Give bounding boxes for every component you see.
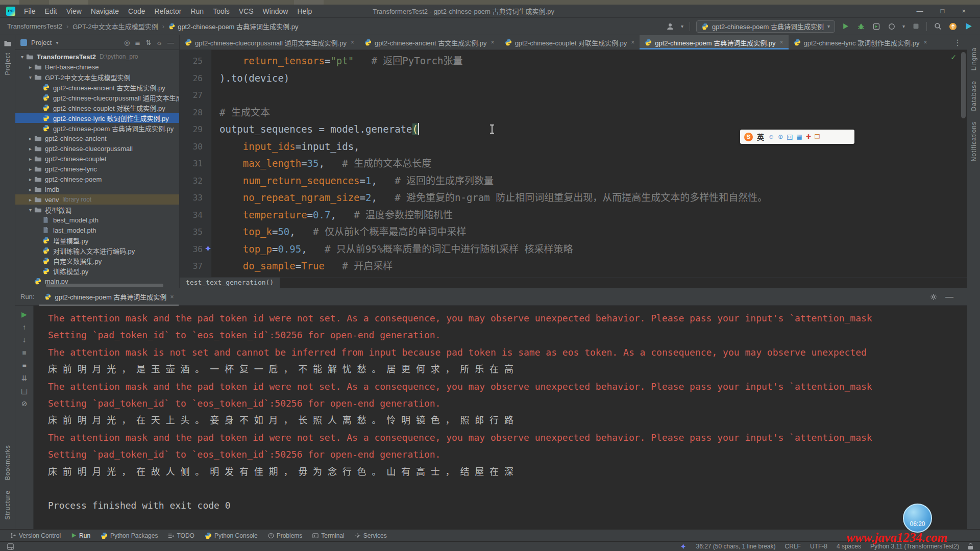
- whats-new-icon[interactable]: [964, 22, 973, 31]
- project-panel-title[interactable]: Project: [31, 39, 52, 46]
- tree-item[interactable]: 对训练输入文本进行编码.py: [15, 245, 179, 256]
- ai-assistant-status-icon[interactable]: [680, 543, 687, 550]
- tree-item[interactable]: ▸gpt2-chinese-couplet: [15, 154, 179, 164]
- menu-window[interactable]: Window: [258, 6, 293, 16]
- tree-item[interactable]: ▸gpt2-chinese-ancient: [15, 133, 179, 143]
- expand-all-icon[interactable]: ≣: [135, 39, 140, 46]
- close-tab-icon[interactable]: ×: [491, 39, 495, 46]
- close-tab-icon[interactable]: ×: [351, 39, 354, 46]
- stop-icon[interactable]: ■: [22, 349, 26, 356]
- toolbox-icon[interactable]: ✚: [806, 133, 811, 140]
- tree-item[interactable]: ▸imdb: [15, 184, 179, 194]
- tab-list-more-icon[interactable]: ⋮: [948, 35, 967, 49]
- screen-recorder-badge[interactable]: 06:20: [903, 504, 932, 533]
- breadcrumb-project[interactable]: TransformersTest2: [7, 22, 62, 30]
- project-view-chevron-icon[interactable]: ▾: [56, 40, 58, 45]
- close-tab-icon[interactable]: ×: [923, 39, 927, 46]
- tree-chevron-icon[interactable]: ▸: [27, 187, 34, 192]
- handwriting-icon[interactable]: 回: [787, 133, 793, 141]
- run-button[interactable]: [841, 22, 850, 31]
- editor-tab[interactable]: gpt2-chinese-lyric 歌词创作生成实例.py×: [789, 35, 933, 49]
- tree-item[interactable]: gpt2-chinese-couplet 对联生成实例.py: [15, 103, 179, 113]
- tree-item[interactable]: gpt2-chinese-ancient 古文生成实例.py: [15, 82, 179, 92]
- up-stack-icon[interactable]: ↑: [22, 323, 26, 331]
- tree-item[interactable]: gpt2-chinese-poem 古典诗词生成实例.py: [15, 123, 179, 133]
- run-configuration-select[interactable]: gpt2-chinese-poem 古典诗词生成实例 ▾: [696, 20, 835, 33]
- tree-chevron-icon[interactable]: ▸: [27, 197, 34, 203]
- editor-tab[interactable]: gpt2-chinese-couplet 对联生成实例.py×: [500, 35, 640, 49]
- tool-window-button-version-control[interactable]: Version Control: [5, 530, 66, 541]
- menu-code[interactable]: Code: [124, 6, 150, 16]
- tree-item[interactable]: 自定义数据集.py: [15, 256, 179, 266]
- editor[interactable]: 25262728293031323334353637 return_tensor…: [180, 50, 967, 277]
- tool-window-button-terminal[interactable]: Terminal: [307, 530, 349, 541]
- profiler-chevron-icon[interactable]: ▾: [902, 23, 905, 29]
- editor-tab[interactable]: gpt2-chinese-ancient 古文生成实例.py×: [359, 35, 500, 49]
- left-strip-label-bookmarks[interactable]: Bookmarks: [4, 445, 11, 480]
- hide-panel-icon[interactable]: —: [167, 39, 174, 46]
- line-ending[interactable]: CRLF: [785, 543, 801, 550]
- locate-icon[interactable]: ◎: [124, 39, 130, 46]
- editor-scrollbar[interactable]: [961, 52, 966, 118]
- print-icon[interactable]: ▤: [21, 387, 28, 394]
- run-tab[interactable]: gpt2-chinese-poem 古典诗词生成实例 ×: [39, 288, 179, 306]
- tool-window-button-python-console[interactable]: Python Console: [200, 530, 263, 541]
- tool-window-button-services[interactable]: Services: [350, 530, 392, 541]
- settings-gear-icon[interactable]: ☼: [156, 39, 162, 46]
- menu-vcs[interactable]: VCS: [234, 6, 258, 16]
- ai-suggestion-icon[interactable]: [204, 245, 212, 253]
- editor-tab[interactable]: gpt2-chinese-cluecorpussmall 通用文本生成实例.py…: [180, 35, 359, 49]
- tree-chevron-icon[interactable]: ▾: [27, 74, 34, 80]
- tree-chevron-icon[interactable]: ▾: [27, 207, 34, 213]
- tree-item[interactable]: ▾模型微调: [15, 205, 179, 215]
- skin-icon[interactable]: ❒: [815, 133, 820, 140]
- debug-button[interactable]: [856, 22, 866, 31]
- tree-chevron-icon[interactable]: ▾: [18, 54, 26, 60]
- close-tab-icon[interactable]: ×: [780, 39, 783, 46]
- down-stack-icon[interactable]: ↓: [22, 336, 26, 343]
- tree-item[interactable]: gpt2-chinese-lyric 歌词创作生成实例.py: [15, 113, 179, 123]
- tool-window-button-run[interactable]: Run: [66, 530, 95, 541]
- menu-run[interactable]: Run: [186, 6, 208, 16]
- ime-toolbar[interactable]: S 英 ☺⊕回▦✚❒: [740, 130, 854, 144]
- tree-item[interactable]: ▸venvlibrary root: [15, 194, 179, 205]
- minimize-button[interactable]: —: [917, 7, 923, 15]
- tree-chevron-icon[interactable]: ▸: [27, 177, 34, 182]
- breadcrumb-file[interactable]: gpt2-chinese-poem 古典诗词生成实例.py: [168, 21, 298, 31]
- maximize-button[interactable]: □: [941, 7, 945, 15]
- tree-item[interactable]: ▸gpt2-chinese-poem: [15, 174, 179, 184]
- tree-item[interactable]: gpt2-chinese-cluecorpussmall 通用文本生成实例.py: [15, 92, 179, 103]
- hide-run-panel-icon[interactable]: —: [945, 292, 953, 302]
- clear-all-icon[interactable]: ⊘: [21, 400, 28, 407]
- tree-item[interactable]: ▸gpt2-chinese-lyric: [15, 164, 179, 174]
- user-dropdown-chevron-icon[interactable]: ▾: [681, 23, 683, 29]
- rerun-icon[interactable]: ▶: [21, 311, 27, 318]
- right-strip-label-database[interactable]: Database: [970, 81, 977, 111]
- caret-position[interactable]: 36:27 (50 chars, 1 line break): [696, 543, 775, 550]
- read-only-lock-icon[interactable]: [968, 546, 973, 549]
- tree-item[interactable]: last_model.pth: [15, 225, 179, 235]
- menu-help[interactable]: Help: [292, 6, 316, 16]
- tree-chevron-icon[interactable]: ▸: [27, 64, 34, 70]
- soft-wrap-icon[interactable]: ≡: [22, 362, 26, 369]
- run-console-output[interactable]: The attention mask and the pad token id …: [34, 306, 967, 529]
- tool-window-button-todo[interactable]: TODO: [163, 530, 199, 541]
- file-encoding[interactable]: UTF-8: [810, 543, 827, 550]
- tree-item[interactable]: ▾TransformersTest2D:\python_pro: [15, 52, 179, 62]
- run-with-coverage-button[interactable]: [872, 22, 881, 31]
- menu-view[interactable]: View: [62, 6, 86, 16]
- right-strip-label-lingma[interactable]: Lingma: [970, 47, 977, 70]
- left-strip-label-structure[interactable]: Structure: [4, 490, 11, 520]
- stop-button[interactable]: [911, 22, 920, 31]
- sogou-ime-logo-icon[interactable]: S: [744, 133, 753, 141]
- editor-tab[interactable]: gpt2-chinese-poem 古典诗词生成实例.py×: [640, 35, 788, 49]
- close-run-tab-icon[interactable]: ×: [170, 293, 174, 300]
- tree-chevron-icon[interactable]: ▸: [27, 156, 34, 162]
- menu-refactor[interactable]: Refactor: [150, 6, 186, 16]
- breadcrumb-folder[interactable]: GPT-2中文文本生成模型实例: [72, 21, 158, 31]
- collapse-all-icon[interactable]: ⇅: [145, 39, 151, 46]
- menu-edit[interactable]: Edit: [40, 6, 62, 16]
- tree-chevron-icon[interactable]: ▸: [27, 136, 34, 141]
- left-strip-label-project[interactable]: Project: [4, 53, 11, 75]
- tree-item[interactable]: 增量模型.py: [15, 235, 179, 245]
